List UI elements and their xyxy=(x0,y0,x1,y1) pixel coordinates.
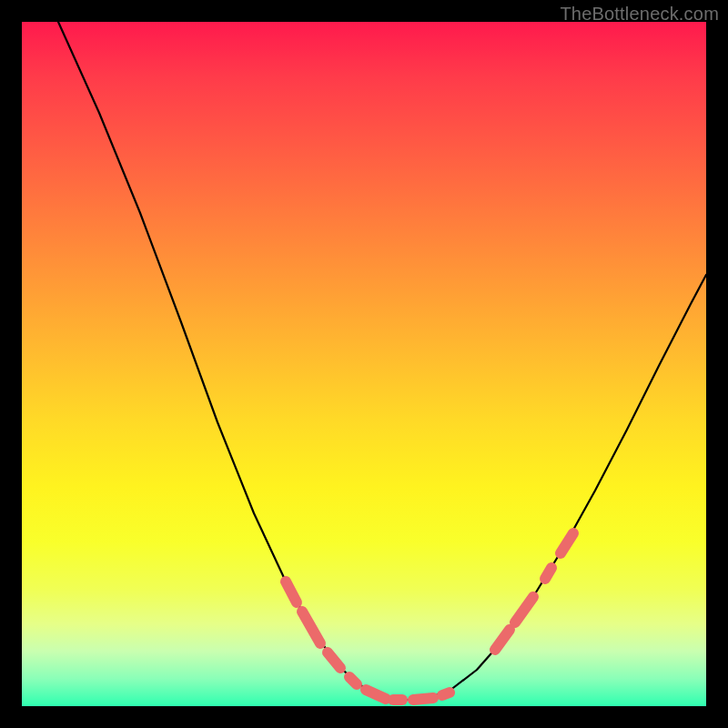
curve-marker xyxy=(366,690,386,699)
curve-marker xyxy=(545,568,551,579)
bottleneck-curve xyxy=(58,22,706,700)
curve-marker xyxy=(286,581,297,602)
curve-marker xyxy=(328,652,340,668)
watermark-label: TheBottleneck.com xyxy=(560,4,719,25)
curve-marker xyxy=(495,630,510,650)
curve-marker xyxy=(302,612,320,643)
marker-group xyxy=(286,533,573,700)
curve-marker xyxy=(413,698,433,700)
curve-marker xyxy=(349,677,357,684)
bottleneck-curve-svg xyxy=(22,22,706,706)
chart-plot-area xyxy=(22,22,706,706)
curve-marker xyxy=(561,533,573,553)
curve-marker xyxy=(442,693,450,695)
curve-marker xyxy=(515,597,533,622)
